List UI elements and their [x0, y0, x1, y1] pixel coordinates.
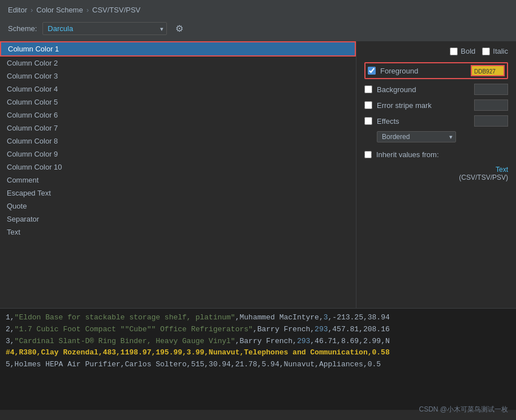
italic-label: Italic: [493, 47, 508, 55]
list-item-column-color-5[interactable]: Column Color 5: [0, 96, 356, 109]
scheme-label: Scheme:: [8, 24, 37, 33]
list-item-quote[interactable]: Quote: [0, 200, 356, 213]
preview-line-4: #4,R380,Clay Rozendal,483,1198.97,195.99…: [6, 347, 510, 359]
preview-line-1: 1,"Eldon Base for stackable storage shel…: [6, 312, 510, 324]
bold-label: Bold: [461, 47, 475, 55]
background-checkbox[interactable]: [364, 85, 372, 93]
list-item-column-color-10[interactable]: Column Color 10: [0, 161, 356, 174]
breadcrumb-current: CSV/TSV/PSV: [92, 6, 140, 14]
effects-row: Effects: [364, 115, 508, 127]
inherit-link[interactable]: Text: [496, 166, 508, 174]
background-label: Background: [377, 85, 470, 94]
breadcrumb-sep-1: ›: [31, 6, 33, 14]
bordered-select-container: Bordered Underscored Underwaved Bold Das…: [377, 131, 456, 142]
error-stripe-label: Error stripe mark: [377, 101, 470, 110]
breadcrumb-color-scheme[interactable]: Color Scheme: [36, 6, 83, 14]
foreground-checkbox[interactable]: [368, 67, 376, 75]
error-stripe-color-swatch[interactable]: [474, 99, 508, 111]
bordered-select-wrap: Bordered Underscored Underwaved Bold Das…: [377, 131, 508, 142]
list-item-column-color-1[interactable]: Column Color 1: [0, 41, 356, 57]
background-color-swatch[interactable]: [474, 84, 508, 95]
preview-line-3: 3,"Cardinal Slant-D® Ring Binder, Heavy …: [6, 336, 510, 348]
bordered-select[interactable]: Bordered Underscored Underwaved Bold Das…: [377, 131, 456, 142]
italic-checkbox-label[interactable]: Italic: [482, 47, 508, 55]
preview-line-2: 2,"1.7 Cubic Foot Compact ""Cube"" Offic…: [6, 324, 510, 336]
inherit-label: Inherit values from:: [376, 150, 439, 159]
breadcrumb: Editor › Color Scheme › CSV/TSV/PSV: [0, 0, 516, 20]
watermark: CSDN @小木可菜鸟测试一枚: [419, 405, 508, 414]
foreground-color-swatch[interactable]: DDB927: [471, 65, 505, 76]
foreground-hex: DDB927: [472, 66, 504, 77]
error-stripe-checkbox[interactable]: [364, 101, 372, 109]
list-item-column-color-3[interactable]: Column Color 3: [0, 70, 356, 83]
error-stripe-row: Error stripe mark: [364, 99, 508, 111]
list-item-column-color-4[interactable]: Column Color 4: [0, 83, 356, 96]
preview-area: 1,"Eldon Base for stackable storage shel…: [0, 308, 516, 410]
list-item-column-color-7[interactable]: Column Color 7: [0, 122, 356, 135]
bold-checkbox-label[interactable]: Bold: [450, 47, 475, 55]
foreground-row: Foreground DDB927: [364, 62, 508, 79]
list-item-text[interactable]: Text: [0, 226, 356, 239]
list-item-column-color-9[interactable]: Column Color 9: [0, 148, 356, 161]
list-item-column-color-6[interactable]: Column Color 6: [0, 109, 356, 122]
foreground-label: Foreground: [380, 67, 466, 75]
scheme-row: Scheme: Darcula Default High Contrast Mo…: [0, 20, 516, 41]
inherit-sub: (CSV/TSV/PSV): [459, 174, 508, 181]
effects-label: Effects: [377, 117, 470, 125]
gear-button[interactable]: ⚙: [173, 22, 186, 35]
inherit-info: Text (CSV/TSV/PSV): [364, 166, 508, 181]
right-panel: Bold Italic Foreground DDB927 Background…: [356, 41, 516, 308]
effects-color-swatch[interactable]: [474, 115, 508, 127]
inherit-row: Inherit values from:: [364, 150, 508, 159]
list-item-escaped-text[interactable]: Escaped Text: [0, 187, 356, 200]
scheme-select-wrap: Darcula Default High Contrast Monokai: [42, 22, 167, 35]
effects-checkbox[interactable]: [364, 117, 372, 125]
background-row: Background: [364, 84, 508, 95]
list-item-column-color-8[interactable]: Column Color 8: [0, 135, 356, 148]
bold-checkbox[interactable]: [450, 47, 458, 55]
list-item-column-color-2[interactable]: Column Color 2: [0, 57, 356, 70]
list-item-separator[interactable]: Separator: [0, 213, 356, 226]
scheme-select[interactable]: Darcula Default High Contrast Monokai: [42, 22, 167, 35]
list-panel: Column Color 1 Column Color 2 Column Col…: [0, 41, 356, 308]
italic-checkbox[interactable]: [482, 47, 490, 55]
main-content: Column Color 1 Column Color 2 Column Col…: [0, 41, 516, 308]
list-item-comment[interactable]: Comment: [0, 174, 356, 187]
inherit-checkbox[interactable]: [364, 151, 372, 158]
preview-line-5: 5,Holmes HEPA Air Purifier,Carlos Solter…: [6, 359, 510, 371]
breadcrumb-sep-2: ›: [87, 6, 89, 14]
font-options: Bold Italic: [364, 47, 508, 55]
breadcrumb-editor[interactable]: Editor: [8, 6, 27, 14]
